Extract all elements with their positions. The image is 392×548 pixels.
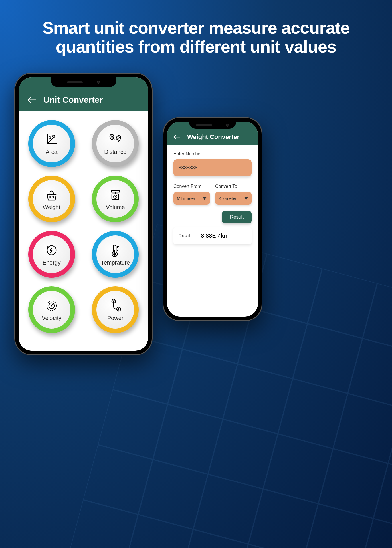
convert-to-select[interactable]: Kilometer bbox=[215, 192, 252, 205]
back-arrow-icon[interactable] bbox=[27, 96, 37, 103]
category-area[interactable]: Area bbox=[27, 120, 76, 167]
result-value: 8.88E-4km bbox=[196, 233, 229, 239]
power-icon bbox=[108, 298, 123, 313]
svg-line-26 bbox=[115, 196, 116, 197]
category-label: Area bbox=[46, 149, 58, 155]
category-volume[interactable]: Volume bbox=[91, 176, 140, 222]
convert-to-label: Convert To bbox=[215, 184, 252, 189]
category-label: Power bbox=[107, 315, 124, 321]
result-label: Result bbox=[179, 233, 196, 239]
phone-mockup-converter: Weight Converter Enter Number 8888888 Co… bbox=[163, 117, 262, 321]
marketing-headline: Smart unit converter measure accurate qu… bbox=[0, 19, 392, 56]
svg-point-32 bbox=[113, 253, 116, 256]
svg-point-30 bbox=[116, 198, 117, 198]
category-temprature[interactable]: Temprature bbox=[91, 231, 140, 278]
category-velocity[interactable]: Velocity bbox=[27, 286, 76, 333]
svg-marker-47 bbox=[203, 197, 207, 200]
category-distance[interactable]: Distance bbox=[91, 120, 140, 167]
category-power[interactable]: Power bbox=[91, 286, 140, 333]
temprature-icon bbox=[108, 243, 123, 258]
category-label: Weight bbox=[43, 204, 60, 211]
svg-point-17 bbox=[49, 137, 50, 138]
velocity-icon bbox=[44, 298, 59, 313]
svg-point-28 bbox=[116, 195, 117, 196]
svg-line-3 bbox=[112, 390, 392, 478]
category-label: Distance bbox=[104, 149, 126, 155]
category-label: Velocity bbox=[42, 315, 61, 321]
convert-to-value: Kilometer bbox=[219, 196, 237, 201]
weight-icon: KG bbox=[44, 188, 59, 202]
phone-mockup-main: Unit Converter AreaDistanceKGWeightVolum… bbox=[14, 73, 153, 355]
category-energy[interactable]: Energy bbox=[27, 231, 76, 278]
page-title: Unit Converter bbox=[43, 95, 103, 105]
number-input[interactable]: 8888888 bbox=[173, 159, 252, 176]
result-button[interactable]: Result bbox=[222, 211, 252, 223]
result-display: Result 8.88E-4km bbox=[173, 227, 252, 244]
svg-point-29 bbox=[114, 198, 114, 198]
back-arrow-icon[interactable] bbox=[173, 134, 180, 140]
category-label: Volume bbox=[106, 204, 125, 211]
svg-line-4 bbox=[98, 445, 392, 533]
svg-point-20 bbox=[118, 137, 120, 138]
svg-point-19 bbox=[111, 136, 113, 137]
convert-from-label: Convert From bbox=[173, 184, 210, 189]
category-label: Energy bbox=[43, 259, 60, 266]
distance-icon bbox=[108, 132, 123, 147]
page-title: Weight Converter bbox=[187, 133, 239, 141]
svg-line-5 bbox=[83, 500, 392, 548]
svg-rect-22 bbox=[111, 190, 119, 192]
svg-text:KG: KG bbox=[49, 196, 54, 199]
convert-from-value: Millimeter bbox=[177, 196, 195, 201]
category-label: Temprature bbox=[101, 259, 130, 266]
svg-line-41 bbox=[52, 304, 53, 306]
svg-point-18 bbox=[53, 136, 54, 136]
energy-icon bbox=[44, 243, 59, 258]
svg-marker-48 bbox=[244, 197, 248, 200]
volume-icon bbox=[108, 188, 123, 202]
svg-point-27 bbox=[114, 195, 114, 196]
category-weight[interactable]: KGWeight bbox=[27, 176, 76, 222]
chevron-down-icon bbox=[203, 197, 207, 200]
area-icon bbox=[44, 132, 59, 147]
enter-number-label: Enter Number bbox=[173, 151, 252, 156]
chevron-down-icon bbox=[244, 197, 248, 200]
convert-from-select[interactable]: Millimeter bbox=[173, 192, 210, 205]
